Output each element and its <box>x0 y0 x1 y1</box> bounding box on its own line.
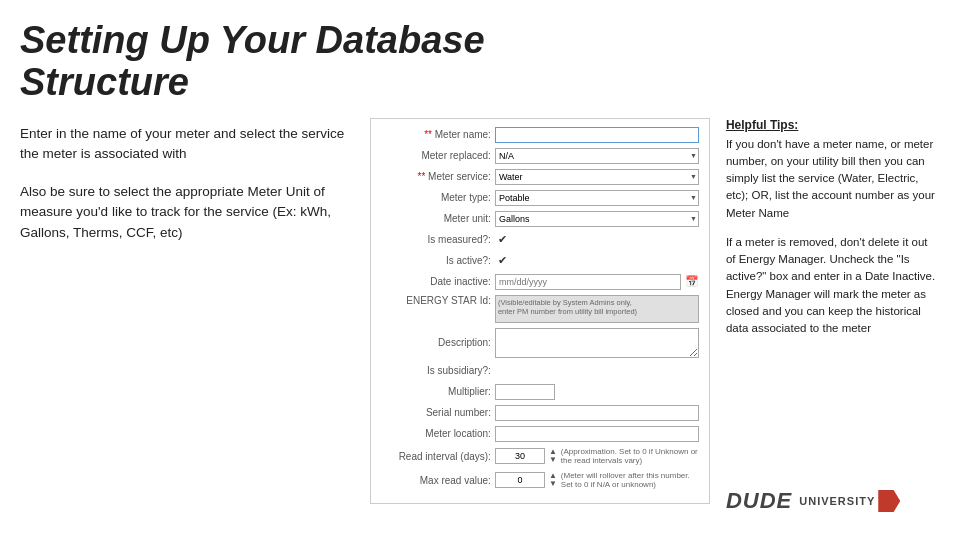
label-meter-replaced: Meter replaced: <box>381 150 491 161</box>
form-row-energy-star: ENERGY STAR Id: (Visible/editable by Sys… <box>381 295 699 323</box>
helpful-tips-tip2: If a meter is removed, don't delete it o… <box>726 234 940 338</box>
max-read-spinner[interactable]: ▲ ▼ <box>549 472 557 488</box>
input-multiplier[interactable] <box>495 384 555 400</box>
label-energy-star: ENERGY STAR Id: <box>381 295 491 306</box>
form-row-multiplier: Multiplier: <box>381 384 699 400</box>
note-max-read: (Meter will rollover after this number. … <box>561 471 699 490</box>
logo-icon <box>878 490 900 512</box>
checkbox-is-measured[interactable]: ✔ <box>495 232 511 248</box>
label-is-measured: Is measured?: <box>381 234 491 245</box>
spinner-down-icon[interactable]: ▼ <box>549 480 557 488</box>
label-meter-name: ** Meter name: <box>381 129 491 140</box>
read-interval-spinner[interactable]: ▲ ▼ <box>549 448 557 464</box>
input-max-read[interactable] <box>495 472 545 488</box>
left-para-2: Also be sure to select the appropriate M… <box>20 182 354 243</box>
label-max-read: Max read value: <box>381 475 491 486</box>
form-row-max-read: Max read value: ▲ ▼ (Meter will rollover… <box>381 471 699 490</box>
center-column: ** Meter name: Meter replaced: N/A ▼ ** <box>370 114 710 530</box>
form-row-meter-name: ** Meter name: <box>381 127 699 143</box>
header: Setting Up Your Database Structure <box>0 0 960 114</box>
label-description: Description: <box>381 337 491 348</box>
label-multiplier: Multiplier: <box>381 386 491 397</box>
select-meter-type-wrapper: Potable ▼ <box>495 190 699 206</box>
label-meter-location: Meter location: <box>381 428 491 439</box>
page: Setting Up Your Database Structure Enter… <box>0 0 960 540</box>
label-is-subsidiary: Is subsidiary?: <box>381 365 491 376</box>
input-meter-name[interactable] <box>495 127 699 143</box>
select-meter-type[interactable]: Potable <box>495 190 699 206</box>
form-row-meter-replaced: Meter replaced: N/A ▼ <box>381 148 699 164</box>
select-meter-replaced[interactable]: N/A <box>495 148 699 164</box>
input-read-interval[interactable] <box>495 448 545 464</box>
page-title: Setting Up Your Database Structure <box>20 20 940 104</box>
form-row-meter-service: ** Meter service: Water ▼ <box>381 169 699 185</box>
form-row-meter-unit: Meter unit: Gallons ▼ <box>381 211 699 227</box>
select-meter-service[interactable]: Water <box>495 169 699 185</box>
select-meter-unit[interactable]: Gallons <box>495 211 699 227</box>
logo-dude-text: DUDE <box>726 488 792 514</box>
checkbox-is-subsidiary[interactable] <box>495 363 511 379</box>
form-row-description: Description: <box>381 328 699 358</box>
label-meter-type: Meter type: <box>381 192 491 203</box>
input-date-inactive[interactable] <box>495 274 681 290</box>
select-meter-replaced-wrapper: N/A ▼ <box>495 148 699 164</box>
form-row-serial-number: Serial number: <box>381 405 699 421</box>
form-row-is-subsidiary: Is subsidiary?: <box>381 363 699 379</box>
select-meter-unit-wrapper: Gallons ▼ <box>495 211 699 227</box>
meter-form: ** Meter name: Meter replaced: N/A ▼ ** <box>370 118 710 504</box>
form-row-date-inactive: Date inactive: 📅 <box>381 274 699 290</box>
label-date-inactive: Date inactive: <box>381 276 491 287</box>
right-column: Helpful Tips: If you don't have a meter … <box>726 114 940 530</box>
form-row-is-measured: Is measured?: ✔ <box>381 232 699 248</box>
dude-university-logo: DUDE UNIVERSITY <box>726 488 900 514</box>
label-meter-unit: Meter unit: <box>381 213 491 224</box>
input-meter-location[interactable] <box>495 426 699 442</box>
input-description[interactable] <box>495 328 699 358</box>
calendar-icon[interactable]: 📅 <box>685 275 699 288</box>
logo-area: DUDE UNIVERSITY <box>726 488 940 520</box>
select-meter-service-wrapper: Water ▼ <box>495 169 699 185</box>
helpful-tips-tip1: If you don't have a meter name, or meter… <box>726 136 940 222</box>
label-meter-service: ** Meter service: <box>381 171 491 182</box>
form-row-meter-type: Meter type: Potable ▼ <box>381 190 699 206</box>
form-row-meter-location: Meter location: <box>381 426 699 442</box>
left-para-1: Enter in the name of your meter and sele… <box>20 124 354 165</box>
input-energy-star: (Visible/editable by System Admins only,… <box>495 295 699 323</box>
form-row-is-active: Is active?: ✔ <box>381 253 699 269</box>
helpful-tips-title: Helpful Tips: <box>726 118 940 132</box>
label-serial-number: Serial number: <box>381 407 491 418</box>
label-is-active: Is active?: <box>381 255 491 266</box>
checkbox-is-active[interactable]: ✔ <box>495 253 511 269</box>
input-serial-number[interactable] <box>495 405 699 421</box>
spinner-down-icon[interactable]: ▼ <box>549 456 557 464</box>
left-column: Enter in the name of your meter and sele… <box>20 114 354 530</box>
logo-university-text: UNIVERSITY <box>799 495 875 507</box>
label-read-interval: Read interval (days): <box>381 451 491 462</box>
note-read-interval: (Approximation. Set to 0 if Unknown or t… <box>561 447 699 466</box>
form-row-read-interval: Read interval (days): ▲ ▼ (Approximation… <box>381 447 699 466</box>
main-content: Enter in the name of your meter and sele… <box>0 114 960 540</box>
helpful-tips-section: Helpful Tips: If you don't have a meter … <box>726 118 940 488</box>
